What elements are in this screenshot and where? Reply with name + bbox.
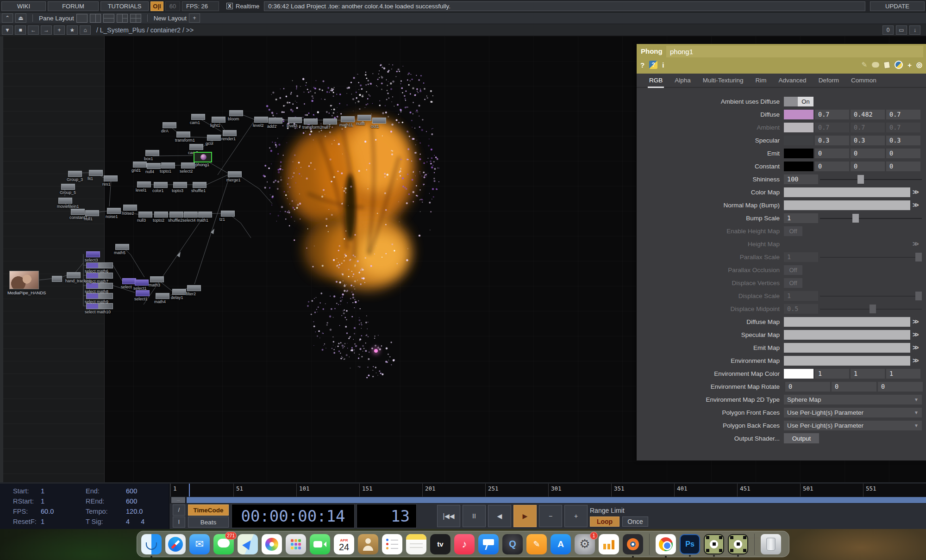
expand-chevron-icon[interactable]: >> <box>913 240 924 248</box>
slider-handle[interactable] <box>870 305 876 313</box>
tab-deform[interactable]: Deform <box>813 74 845 87</box>
once-button[interactable]: Once <box>622 516 648 527</box>
expand-chevron-icon[interactable]: >> <box>913 318 924 325</box>
dock-icon-td[interactable] <box>704 534 724 554</box>
node-null4[interactable]: null4 <box>147 163 161 169</box>
node-hand_tracking[interactable]: hand_tracking <box>67 272 81 278</box>
value-field[interactable]: 0.7 <box>851 123 885 132</box>
node-level1[interactable]: level1 <box>137 181 151 187</box>
value-field[interactable]: 1 <box>784 291 818 301</box>
dock-icon-blender[interactable] <box>623 534 643 554</box>
dock-icon-trash[interactable] <box>761 534 781 554</box>
edit-pencil-icon[interactable]: ✎ <box>862 61 868 69</box>
file-path-field[interactable] <box>784 200 910 210</box>
dock-icon-contacts[interactable] <box>358 534 378 554</box>
color-swatch[interactable] <box>784 136 813 145</box>
output-shader-button[interactable]: Output <box>784 433 819 443</box>
param-dropdown[interactable]: Sphere Map▼ <box>784 395 922 404</box>
value-field[interactable]: 0 <box>851 149 885 158</box>
value-field[interactable]: 0 <box>832 382 876 392</box>
save-layout-icon[interactable]: ⏏ <box>15 13 26 23</box>
dock-icon-quicktime[interactable]: Q <box>502 534 523 554</box>
node-select2[interactable]: select2 <box>181 162 195 168</box>
node-null7[interactable]: null7 <box>323 118 337 124</box>
slider-handle[interactable] <box>852 214 859 223</box>
dock-icon-messages[interactable]: 271 <box>213 534 234 554</box>
dock-icon-photos[interactable] <box>262 534 282 554</box>
param-toggle[interactable]: Off <box>784 278 802 288</box>
node-transform1[interactable]: transform1 <box>176 131 190 137</box>
node-delay1[interactable]: delay1 <box>172 289 186 295</box>
dock-icon-maps[interactable] <box>238 534 258 554</box>
node-merge1[interactable]: merge1 <box>228 171 242 177</box>
file-path-field[interactable] <box>784 356 910 366</box>
node-math1[interactable]: math1 <box>198 212 212 218</box>
update-button[interactable]: UPDATE <box>870 1 925 11</box>
file-path-field[interactable] <box>784 317 910 327</box>
timeline-ruler[interactable]: 151101151201251301351401451501551 <box>170 484 926 497</box>
network-editor[interactable]: cam1light1bloomdirAtransform1gcolrender1… <box>0 36 926 482</box>
node-grid1[interactable]: grid1 <box>133 162 147 168</box>
realtime-toggle[interactable]: X Realtime <box>226 3 259 10</box>
color-swatch[interactable] <box>784 369 813 379</box>
file-path-field[interactable] <box>784 343 910 353</box>
info-icon[interactable]: i <box>662 61 664 69</box>
operator-name-field[interactable]: phong1 <box>666 46 923 57</box>
value-field[interactable]: 0.3 <box>886 136 920 145</box>
slider-handle[interactable] <box>857 175 864 184</box>
node-constant1[interactable]: constant1 <box>71 209 85 215</box>
slider-handle[interactable] <box>915 253 922 261</box>
node-cam1[interactable]: cam1 <box>191 114 205 120</box>
node-phong1[interactable]: phong1 <box>194 152 212 162</box>
timecode-mode-button[interactable]: TimeCode <box>188 504 229 516</box>
node-select math10[interactable]: select math10 <box>86 303 113 309</box>
node-box1[interactable]: box1 <box>145 150 159 156</box>
color-swatch[interactable] <box>784 162 813 171</box>
target-icon[interactable]: ◎ <box>916 61 922 69</box>
node-select math7[interactable]: select math7 <box>86 273 113 279</box>
node-select3[interactable]: select3 <box>86 251 100 257</box>
forward-icon[interactable]: → <box>41 25 52 35</box>
file-path-field[interactable] <box>784 330 910 340</box>
maximize-pane-icon[interactable]: ⌃ <box>2 13 13 23</box>
value-field[interactable]: 0.7 <box>886 123 920 132</box>
dock-icon-finder[interactable] <box>141 534 162 554</box>
dock-icon-notes[interactable] <box>406 534 426 554</box>
value-field[interactable]: 1 <box>851 369 885 379</box>
range-scroll-box[interactable]: ... <box>171 497 185 503</box>
stop-icon[interactable]: ■ <box>15 25 26 35</box>
param-toggle[interactable]: Off <box>784 265 802 275</box>
value-field[interactable]: 0.5 <box>784 304 818 314</box>
node-null1[interactable]: null1 <box>85 210 99 216</box>
slider-handle[interactable] <box>915 292 922 300</box>
pane-layout-hsplit[interactable] <box>103 14 114 23</box>
param-slider[interactable] <box>820 174 922 184</box>
tab-multi-texturing[interactable]: Multi-Texturing <box>697 74 750 87</box>
color-swatch[interactable] <box>784 110 813 119</box>
param-dropdown[interactable]: Use Per-Light(s) Parameter▼ <box>784 408 922 417</box>
dock-icon-facetime[interactable] <box>310 534 330 554</box>
value-field[interactable]: 0.7 <box>815 123 849 132</box>
tab-rgb[interactable]: RGB <box>643 74 669 87</box>
value-field[interactable]: 0 <box>815 149 849 158</box>
param-slider[interactable] <box>820 304 922 314</box>
dock-icon-tv[interactable]: tv <box>430 534 450 554</box>
node-shuffle2[interactable]: shuffle2 <box>169 212 183 218</box>
window-icon[interactable]: ▭ <box>896 25 907 35</box>
breadcrumb-path[interactable]: / L_System_Plus / container2 / >> <box>96 26 194 34</box>
node-null8[interactable]: null8 <box>357 115 371 121</box>
dock-icon-keynote[interactable] <box>478 534 499 554</box>
dock-icon-music[interactable]: ♪ <box>454 534 475 554</box>
dock-icon-settings[interactable]: ⚙1 <box>575 534 595 554</box>
node-unnamed[interactable] <box>52 276 62 282</box>
color-swatch[interactable] <box>784 149 813 158</box>
expand-chevron-icon[interactable]: >> <box>913 344 924 351</box>
node-res1[interactable]: res1 <box>104 175 118 181</box>
node-noise2[interactable]: noise2 <box>123 205 137 211</box>
node-select4[interactable]: select4 <box>184 212 198 218</box>
param-slider[interactable] <box>820 252 922 262</box>
node-gcol[interactable]: gcol <box>207 135 221 141</box>
dock-icon-td[interactable] <box>728 534 748 554</box>
node-select math8[interactable]: select math8 <box>86 283 113 289</box>
value-field[interactable]: 1 <box>815 369 849 379</box>
